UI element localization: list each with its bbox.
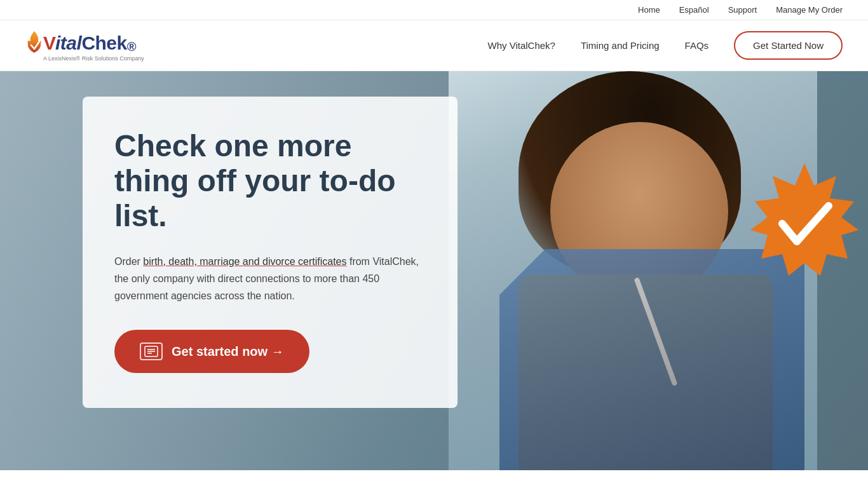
logo-ital-span: ital xyxy=(55,32,81,54)
logo-flame-icon xyxy=(25,30,43,54)
hero-section: Check one more thing off your to-do list… xyxy=(0,71,868,470)
cta-document-icon xyxy=(140,342,163,360)
why-vitalchek-link[interactable]: Why VitalChek? xyxy=(487,40,555,51)
get-started-nav-button[interactable]: Get Started Now xyxy=(734,31,843,60)
logo[interactable]: VitalChek® A LexisNexis® Risk Solutions … xyxy=(25,30,144,62)
cta-label: Get started now → xyxy=(172,344,284,359)
nav-links: Why VitalChek? Timing and Pricing FAQs G… xyxy=(487,31,843,60)
main-navigation: VitalChek® A LexisNexis® Risk Solutions … xyxy=(0,20,868,71)
espanol-link[interactable]: Español xyxy=(679,5,709,15)
faqs-link[interactable]: FAQs xyxy=(685,40,709,51)
hero-headline: Check one more thing off your to-do list… xyxy=(114,128,426,234)
orange-badge xyxy=(741,160,868,287)
hero-content-card: Check one more thing off your to-do list… xyxy=(83,97,458,408)
body-prefix: Order xyxy=(114,256,143,267)
logo-v-letter: V xyxy=(43,32,55,54)
certificates-link[interactable]: birth, death, marriage and divorce certi… xyxy=(143,256,346,267)
home-link[interactable]: Home xyxy=(638,5,660,15)
top-bar: Home Español Support Manage My Order xyxy=(0,0,868,20)
logo-registered: ® xyxy=(127,39,137,54)
support-link[interactable]: Support xyxy=(728,5,757,15)
logo-chek-span: Chek xyxy=(81,32,126,54)
get-started-cta-button[interactable]: Get started now → xyxy=(114,330,309,373)
starburst-icon xyxy=(741,160,868,287)
timing-pricing-link[interactable]: Timing and Pricing xyxy=(581,40,660,51)
manage-order-link[interactable]: Manage My Order xyxy=(776,5,843,15)
hero-body-text: Order birth, death, marriage and divorce… xyxy=(114,253,426,305)
svg-marker-0 xyxy=(750,163,858,276)
logo-subtitle: A LexisNexis® Risk Solutions Company xyxy=(43,55,144,62)
